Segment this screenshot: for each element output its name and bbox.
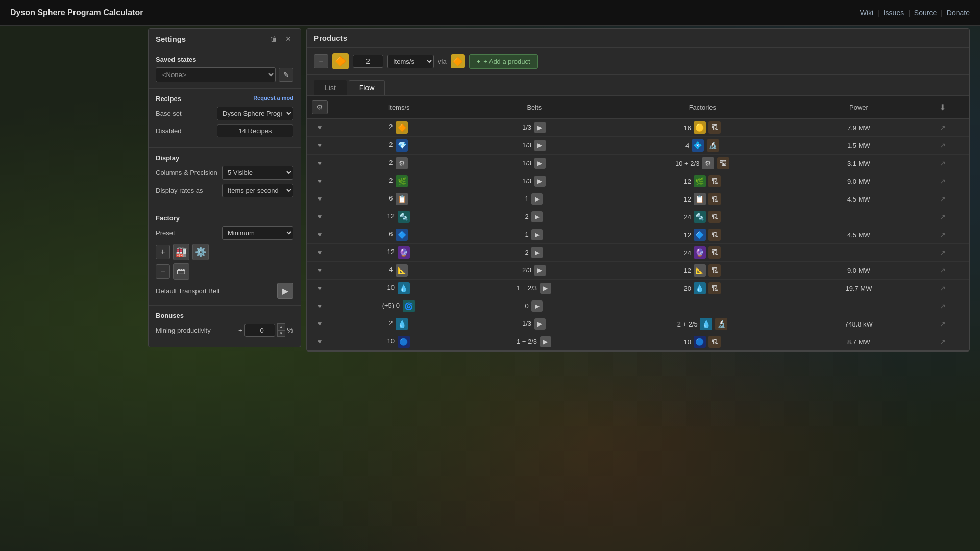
row-chevron-button[interactable]: ▼ <box>314 177 326 186</box>
saved-states-label: Saved states <box>156 56 293 63</box>
belt-row: Default Transport Belt ▶ <box>156 283 293 299</box>
tab-list[interactable]: List <box>314 80 347 95</box>
row-chevron-button[interactable]: ▼ <box>314 159 326 168</box>
row-ext-cell: ↗ <box>916 137 969 155</box>
row-chevron-button[interactable]: ▼ <box>314 141 326 150</box>
row-ext-link-button[interactable]: ↗ <box>939 212 947 222</box>
row-chevron-button[interactable]: ▼ <box>314 212 326 221</box>
unit-select[interactable]: Items/s Items/min <box>387 55 434 68</box>
nav-wiki[interactable]: Wiki <box>860 9 873 17</box>
preset-select[interactable]: Minimum <box>222 226 293 240</box>
settings-close-button[interactable]: ✕ <box>283 34 293 44</box>
row-qty-cell: 6 📋 <box>333 190 465 208</box>
row-qty-cell: 2 🌿 <box>333 172 465 190</box>
mining-label: Mining productivity <box>156 327 211 334</box>
row-ext-link-button[interactable]: ↗ <box>939 301 947 311</box>
row-factory-icon1: 🔵 <box>694 336 706 348</box>
row-ext-link-button[interactable]: ↗ <box>939 140 947 151</box>
row-power-cell: 9.0 MW <box>801 172 916 190</box>
row-factory-icon2: 🏗 <box>708 336 721 348</box>
row-ext-link-button[interactable]: ↗ <box>939 283 947 293</box>
row-chevron-button[interactable]: ▼ <box>314 123 326 132</box>
factory-icon-table: 🗃 <box>173 263 189 280</box>
row-chevron-button[interactable]: ▼ <box>314 302 326 311</box>
row-factory-icon2: 🏗 <box>708 246 721 259</box>
row-ext-link-button[interactable]: ↗ <box>939 337 947 347</box>
row-qty: (+5) 0 <box>382 302 400 309</box>
row-belt-qty: 1 + 2/3 <box>517 284 537 292</box>
factory-del-button[interactable]: − <box>156 264 170 279</box>
row-ext-link-button[interactable]: ↗ <box>939 319 947 329</box>
columns-select[interactable]: 5 Visible <box>222 166 293 180</box>
row-item-icon: 📐 <box>396 264 408 277</box>
row-ext-link-button[interactable]: ↗ <box>939 176 947 186</box>
base-set-select[interactable]: Dyson Sphere Program <box>217 107 293 120</box>
row-belt-qty: 1/3 <box>522 177 531 185</box>
row-ext-link-button[interactable]: ↗ <box>939 265 947 276</box>
row-power: 8.7 MW <box>847 338 870 346</box>
row-ext-link-button[interactable]: ↗ <box>939 122 947 133</box>
mining-spinner-down[interactable]: ▼ <box>277 330 285 337</box>
row-chevron-button[interactable]: ▼ <box>314 284 326 293</box>
mining-input[interactable] <box>244 324 275 337</box>
factory-add-button[interactable]: + <box>156 245 170 259</box>
qty-minus-button[interactable]: − <box>314 54 328 68</box>
saved-states-section: Saved states <None> ✎ <box>149 49 301 89</box>
row-power: 9.0 MW <box>847 267 870 274</box>
row-belt-qty: 1 <box>525 195 528 203</box>
row-qty-cell: 12 🔮 <box>333 244 465 262</box>
products-controls: − 🔶 Items/s Items/min via 🔶 + + Add a pr… <box>307 48 969 75</box>
col-download: ⬇ <box>916 96 969 119</box>
row-chevron-button[interactable]: ▼ <box>314 319 326 329</box>
row-factory-icon1: 🌿 <box>694 175 706 187</box>
row-chevron-button[interactable]: ▼ <box>314 266 326 275</box>
rates-select[interactable]: Items per second <box>222 184 293 197</box>
nav-issues[interactable]: Issues <box>884 9 904 17</box>
row-ext-cell: ↗ <box>916 208 969 226</box>
row-ext-link-button[interactable]: ↗ <box>939 247 947 258</box>
nav-donate[interactable]: Donate <box>947 9 970 17</box>
col-power: Power <box>801 96 916 119</box>
nav-source[interactable]: Source <box>914 9 937 17</box>
row-belt-icon: ▶ <box>531 193 543 205</box>
row-ext-link-button[interactable]: ↗ <box>939 230 947 240</box>
row-ext-link-button[interactable]: ↗ <box>939 194 947 204</box>
factory-controls: + 🏭 ⚙️ − 🗃 <box>156 244 293 280</box>
row-belt-qty: 1 <box>525 231 528 238</box>
col-factories: Factories <box>603 96 801 119</box>
settings-gear-button[interactable]: ⚙ <box>312 100 328 114</box>
add-product-button[interactable]: + + Add a product <box>469 54 538 69</box>
saved-state-edit-button[interactable]: ✎ <box>279 68 293 82</box>
download-button[interactable]: ⬇ <box>939 103 946 112</box>
saved-state-select[interactable]: <None> <box>156 67 276 82</box>
row-chevron-button[interactable]: ▼ <box>314 337 326 346</box>
row-power-cell: 8.7 MW <box>801 333 916 352</box>
settings-title: Settings <box>156 35 186 43</box>
row-ext-cell: ↗ <box>916 315 969 333</box>
row-chevron-cell: ▼ <box>307 262 333 280</box>
row-power-cell <box>801 208 916 226</box>
row-chevron-cell: ▼ <box>307 315 333 333</box>
row-belt-cell: 1/3 ▶ <box>465 119 603 137</box>
tab-flow[interactable]: Flow <box>349 80 385 95</box>
table-row: ▼ 4 📐 2/3 ▶ 12 📐 🏗 9.0 MW ↗ <box>307 262 969 280</box>
row-power-cell <box>801 244 916 262</box>
row-power-cell: 4.5 MW <box>801 226 916 244</box>
table-row: ▼ 12 🔩 2 ▶ 24 🔩 🏗 ↗ <box>307 208 969 226</box>
row-ext-link-button[interactable]: ↗ <box>939 158 947 168</box>
row-qty-cell: 2 ⚙ <box>333 155 465 172</box>
row-chevron-button[interactable]: ▼ <box>314 230 326 239</box>
table-row: ▼ 2 🔶 1/3 ▶ 16 🟡 🏗 7.9 MW ↗ <box>307 119 969 137</box>
row-chevron-button[interactable]: ▼ <box>314 248 326 257</box>
row-factories-cell: 2 + 2/5 💧 🔬 <box>603 315 801 333</box>
settings-trash-button[interactable]: 🗑 <box>268 34 279 44</box>
row-belt-qty: 2/3 <box>522 266 531 274</box>
request-mod-link[interactable]: Request a mod <box>253 95 293 101</box>
qty-input[interactable] <box>353 55 383 68</box>
mining-spinner-up[interactable]: ▲ <box>277 323 285 330</box>
row-chevron-cell: ▼ <box>307 119 333 137</box>
navbar: Dyson Sphere Program Calculator Wiki | I… <box>0 0 980 26</box>
settings-panel: Settings 🗑 ✕ Saved states <None> ✎ Recip… <box>148 28 301 347</box>
row-factory-icon1: 🔩 <box>694 211 706 223</box>
row-chevron-button[interactable]: ▼ <box>314 194 326 204</box>
